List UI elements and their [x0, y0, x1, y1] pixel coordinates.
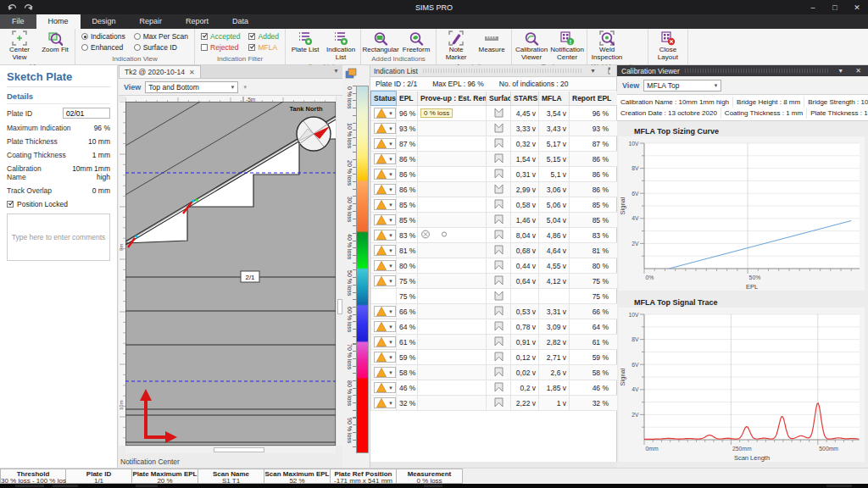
ribbon-tab-design[interactable]: Design [81, 14, 128, 29]
plate-sketch-canvas[interactable]: Tank North 2/1 [125, 102, 336, 446]
svg-text:8V: 8V [632, 165, 639, 171]
surface-top-icon [493, 382, 504, 392]
column-header-epl[interactable]: EPL [397, 92, 418, 106]
column-header-surface[interactable]: Surface [487, 92, 511, 106]
indication-row[interactable]: ▼83 %8,04 v4,86 v83 % [371, 228, 618, 243]
status-dropdown-button[interactable]: ▼ [374, 245, 396, 256]
checkbox-added[interactable]: Added [248, 32, 279, 41]
column-header-stars[interactable]: STARS [511, 92, 539, 106]
status-dropdown-button[interactable]: ▼ [374, 352, 396, 363]
checkbox-mfla[interactable]: MFLA [248, 43, 279, 52]
indication-row[interactable]: ▼86 %1,54 v5,15 v86 % [371, 152, 618, 167]
indication-row[interactable]: ▼46 %0,2 v1,85 v46 % [371, 380, 618, 396]
status-dropdown-button[interactable]: ▼ [374, 199, 396, 210]
zoom-fit-button[interactable]: Zoom Fit [38, 30, 72, 54]
indication-row[interactable]: ▼66 %0,53 v3,31 v66 % [371, 304, 618, 319]
plate-id-tag[interactable]: 2/1 [241, 271, 259, 282]
indication-row[interactable]: ▼93 %3,33 v3,43 v93 % [371, 121, 618, 136]
status-dropdown-button[interactable]: ▼ [374, 214, 396, 225]
indication-row[interactable]: ▼85 %0,58 v5,06 v85 % [371, 197, 618, 213]
radio-surface-id[interactable]: Surface ID [134, 43, 188, 52]
status-dropdown-button[interactable]: ▼ [374, 138, 396, 149]
comments-box[interactable]: Type here to enter comments [7, 214, 110, 261]
indication-row[interactable]: ▼59 %0,12 v2,71 v59 % [371, 350, 618, 365]
calibration-viewer-button[interactable]: Calibration Viewer [515, 30, 548, 62]
indication-row[interactable]: ▼86 %0,31 v5,1 v86 % [371, 167, 618, 182]
checkbox-rejected[interactable]: Rejected [201, 43, 240, 52]
indication-row[interactable]: ▼96 %0 % loss4,45 v3,54 v96 % [371, 106, 618, 121]
indication-row[interactable]: ▼81 %0,68 v4,64 v81 % [371, 243, 618, 258]
indication-row[interactable]: ▼85 %1,46 v5,04 v85 % [371, 213, 618, 228]
close-layout-button[interactable]: Close Layout [651, 30, 685, 62]
status-dropdown-button[interactable]: ▼ [374, 108, 396, 119]
weld-inspection-button[interactable]: Weld Inspection [590, 30, 624, 62]
status-dropdown-button[interactable]: ▼ [374, 336, 396, 347]
close-button[interactable]: ✕ [846, 3, 868, 12]
pin-icon[interactable] [598, 67, 605, 75]
status-dropdown-button[interactable]: ▼ [374, 367, 396, 378]
ribbon-tab-file[interactable]: File [0, 14, 36, 29]
indication-row[interactable]: ▼61 %0,91 v2,82 v61 % [371, 335, 618, 350]
indication-row[interactable]: ▼80 %0,44 v4,55 v80 % [371, 258, 618, 274]
plate-id-input[interactable] [63, 108, 110, 119]
new-window-icon[interactable] [605, 67, 613, 75]
ribbon-tab-report[interactable]: Report [174, 14, 220, 29]
panel-chevron-icon[interactable]: ▼ [835, 68, 846, 74]
status-dropdown-button[interactable]: ▼ [374, 321, 396, 332]
status-dropdown-button[interactable]: ▼ [374, 153, 396, 164]
document-tab[interactable]: Tk2 @ 2020-10-14 ✕ [119, 65, 201, 78]
tab-overflow-icon[interactable]: ▼ [330, 65, 342, 78]
view-dropdown[interactable]: Top and Bottom ▼ [145, 81, 238, 93]
calibration-view-dropdown[interactable]: MFLA Top ▼ [643, 80, 721, 92]
center-view-button[interactable]: Center View [3, 30, 36, 62]
column-header-mfla[interactable]: MFLA [539, 92, 570, 106]
note-marker-button[interactable]: Note Marker [439, 30, 473, 62]
position-locked-checkbox[interactable] [7, 201, 14, 208]
measure-button[interactable]: Measure [475, 30, 509, 54]
panel-chevron-icon[interactable]: ▼ [587, 68, 598, 74]
column-header-prove-up-est-rem-epl[interactable]: Prove-up : Est. Rem; EPL [418, 92, 487, 106]
column-header-report-epl[interactable]: Report EPL [570, 92, 618, 106]
checkbox-accepted[interactable]: Accepted [201, 32, 240, 41]
vertical-scrollbar[interactable] [336, 96, 342, 446]
pin-icon[interactable] [846, 67, 853, 75]
indication-row[interactable]: 75 %75 % [371, 289, 618, 304]
center-view-icon [12, 30, 27, 46]
toolbar-overflow-icon[interactable]: ▼ [242, 85, 248, 90]
palette-icon[interactable] [345, 68, 357, 79]
maximize-button[interactable]: □ [824, 3, 846, 12]
status-dropdown-button[interactable]: ▼ [374, 123, 396, 134]
svg-text:50%: 50% [749, 274, 761, 280]
ribbon-tab-data[interactable]: Data [220, 14, 260, 29]
status-dropdown-button[interactable]: ▼ [374, 397, 396, 408]
ribbon-tab-repair[interactable]: Repair [128, 14, 175, 29]
status-dropdown-button[interactable]: ▼ [374, 184, 396, 195]
freeform-button[interactable]: Freeform [399, 30, 433, 54]
notification-center-button[interactable]: !Notification Center [550, 30, 584, 62]
indication-row[interactable]: ▼87 %0,32 v5,17 v87 % [371, 136, 618, 152]
rectangular-button[interactable]: Rectangular [364, 30, 398, 54]
horizontal-scrollbar[interactable] [125, 446, 336, 453]
indication-row[interactable]: ▼86 %2,99 v3,06 v86 % [371, 182, 618, 197]
indication-row[interactable]: ▼58 %0,02 v2,6 v58 % [371, 365, 618, 380]
tab-close-icon[interactable]: ✕ [189, 69, 195, 76]
minimize-button[interactable]: – [802, 3, 824, 12]
ribbon-tab-home[interactable]: Home [36, 14, 81, 29]
status-dropdown-button[interactable]: ▼ [374, 382, 396, 393]
status-dropdown-button[interactable]: ▼ [374, 306, 396, 317]
radio-indications[interactable]: Indications [81, 32, 125, 41]
status-dropdown-button[interactable]: ▼ [374, 230, 396, 241]
status-dropdown-button[interactable]: ▼ [374, 260, 396, 271]
indication-row[interactable]: ▼32 %2,22 v1 v32 % [371, 396, 618, 411]
column-header-status[interactable]: Status [371, 92, 397, 106]
indication-list-button[interactable]: Indication List [324, 30, 358, 62]
status-dropdown-button[interactable]: ▼ [374, 275, 396, 286]
notification-center-tab[interactable]: Notification Center [119, 456, 342, 468]
indication-row[interactable]: ▼64 %0,78 v3,09 v64 % [371, 319, 618, 335]
indication-row[interactable]: ▼75 %0,64 v4,12 v75 % [371, 274, 618, 289]
plate-list-button[interactable]: Plate List [288, 30, 322, 54]
status-dropdown-button[interactable]: ▼ [374, 169, 396, 180]
radio-max-per-scan[interactable]: Max Per Scan [134, 32, 188, 41]
panel-close-icon[interactable]: ✕ [853, 67, 864, 75]
radio-enhanced[interactable]: Enhanced [81, 43, 125, 52]
